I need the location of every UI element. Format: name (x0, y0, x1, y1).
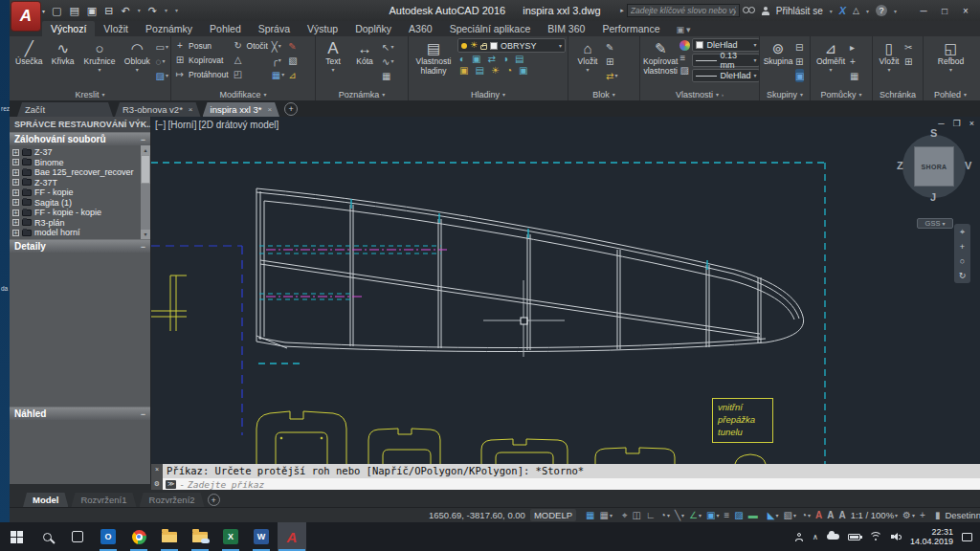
layer-current-icon[interactable]: ◔ (506, 66, 512, 76)
array-button[interactable]: ▦▾ (272, 68, 284, 81)
view-cube[interactable]: S V J Z SHORA GSS▾ (898, 130, 970, 235)
drawing-close-button[interactable]: × (969, 119, 974, 128)
tab-rozvrzeni1[interactable]: Rozvržení1 (71, 493, 136, 507)
a360-caret-icon[interactable]: ▾ (866, 8, 869, 14)
units-button[interactable]: Desetinné▾ (945, 510, 980, 520)
tab-model[interactable]: Model (23, 493, 68, 507)
chamfer-button[interactable]: ⊿ (288, 68, 297, 81)
match-properties-button[interactable]: ✎ (288, 39, 297, 53)
ribbon-tab-poznamky[interactable]: Poznámky (137, 21, 201, 36)
coordinate-system-button[interactable]: GSS▾ (917, 218, 953, 229)
viewport-style-control[interactable]: [2D drátový model] (198, 120, 278, 130)
ribbon-tab-vychozi[interactable]: Výchozí (42, 21, 95, 36)
scale-button[interactable]: ◰ (233, 67, 268, 81)
ribbon-tab-performance[interactable]: Performance (593, 21, 668, 36)
autoscale-a-icon[interactable]: A (827, 511, 834, 520)
file-tab-r3-obnova[interactable]: R3-obnova v2*× (115, 102, 201, 117)
sign-in-caret-icon[interactable]: ▾ (830, 8, 833, 14)
copy-clip-button[interactable]: ⊞ (904, 55, 912, 68)
viewport-controls[interactable]: [−] [Horní] [2D drátový model] (155, 120, 278, 130)
collapse-icon[interactable]: − (141, 409, 145, 419)
annotation-monitor-button[interactable]: ◣▾ (768, 511, 779, 520)
compass-west[interactable]: Z (897, 160, 903, 171)
linetype-dropdown[interactable]: DleHlad ▾ (692, 69, 759, 82)
drawing-restore-button[interactable]: ❐ (953, 119, 961, 128)
move-button[interactable]: +Posun (174, 38, 229, 53)
preview-section-header[interactable]: Náhled− (10, 407, 150, 420)
dimension-button[interactable]: ↔ Kóta (349, 38, 380, 67)
panel-label-blok[interactable]: Blok▾ (568, 88, 639, 100)
table-button[interactable]: ▦ (382, 69, 393, 82)
ribbon-tab-specialni-aplikace[interactable]: Speciální aplikace (441, 21, 540, 36)
taskbar-search-button[interactable] (33, 522, 61, 551)
taskbar-outlook[interactable]: O (94, 522, 122, 551)
object-color-dropdown[interactable]: DleHlad ▾ (692, 38, 759, 52)
match-properties-big-button[interactable]: ✎ Kopírovat vlastnosti (643, 38, 678, 76)
lineweight-display-icon[interactable]: ≡ (724, 511, 729, 520)
add-scale-icon[interactable]: + (920, 511, 925, 520)
expand-icon[interactable]: + (12, 189, 19, 196)
layer-properties-button[interactable]: ▤ Vlastnosti hladiny (412, 38, 456, 76)
tab-rozvrzeni2[interactable]: Rozvržení2 (140, 493, 205, 507)
people-icon[interactable] (795, 533, 804, 541)
workspace-cube-button[interactable]: ▧▾ (783, 511, 795, 520)
drawing-text-label[interactable]: vnitřní přepážka tunelu (712, 398, 773, 443)
open-icon[interactable]: ▤ (69, 6, 78, 16)
pan-icon[interactable]: + (960, 242, 965, 252)
quick-select-button[interactable]: ▸ (850, 40, 858, 54)
group-edit-button[interactable]: ⊞ (795, 55, 804, 68)
ungroup-button[interactable]: ⊟ (795, 40, 804, 54)
transparency-list-icon[interactable]: ▨ (679, 66, 690, 76)
onedrive-tray-icon[interactable] (827, 534, 839, 540)
layer-on-all-icon[interactable]: ▣ (459, 66, 468, 76)
action-center-icon[interactable] (962, 533, 972, 541)
sign-in-button[interactable]: Přihlásit se (776, 6, 823, 16)
ribbon-tab-vystup[interactable]: Výstup (299, 21, 346, 36)
plot-icon[interactable]: ⊟ (104, 6, 113, 16)
rectangle-button[interactable]: ▭▾ (156, 40, 168, 54)
ribbon-tab-sprava[interactable]: Správa (250, 21, 299, 36)
task-view-button[interactable] (63, 522, 92, 551)
hatch-button[interactable]: ▨▾ (156, 69, 168, 82)
scroll-thumb[interactable] (141, 155, 150, 184)
compass-north[interactable]: S (930, 127, 937, 139)
viewport-menu-control[interactable]: [−] (155, 120, 166, 130)
panel-label-pohled[interactable]: Pohled▾ (924, 88, 977, 100)
trim-button[interactable]: ╳▾ (272, 39, 284, 53)
snap-mode-icon[interactable]: ◫ (633, 511, 641, 520)
layer-match-icon[interactable]: ▤ (515, 55, 523, 64)
block-sync-button[interactable]: ⇄▾ (606, 69, 617, 82)
layer-thaw-all-icon[interactable]: ☀ (491, 66, 500, 76)
snap-grid-icon[interactable]: ▦ (586, 511, 594, 520)
expand-icon[interactable]: + (12, 199, 19, 206)
volume-icon[interactable] (891, 533, 902, 541)
panel-label-vlastnosti[interactable]: Vlastnosti▾› (640, 88, 759, 100)
layer-off-icon[interactable]: ⇄ (488, 55, 496, 64)
window-close-button[interactable]: × (955, 6, 976, 16)
settings-button[interactable]: ⚙▾ (902, 511, 915, 520)
selection-cycling-icon[interactable]: ▬ (748, 511, 758, 520)
expand-icon[interactable]: + (12, 159, 19, 165)
expand-icon[interactable]: + (12, 169, 19, 176)
tab-close-icon[interactable]: × (267, 105, 272, 114)
undo-icon[interactable]: ↶ (121, 6, 129, 16)
layer-select-dropdown[interactable]: ☀ OBRYSY ▾ (457, 38, 566, 53)
application-menu-button[interactable]: A (11, 2, 40, 31)
text-button[interactable]: A Text ▾ (319, 38, 347, 73)
lineweight-dropdown[interactable]: 0.13 mm ▾ (692, 54, 759, 67)
panel-label-hladiny[interactable]: Hladiny▾ (409, 88, 568, 100)
a360-icon[interactable]: △ (853, 6, 859, 15)
explode-button[interactable]: ▧ (288, 54, 297, 67)
compass-south[interactable]: J (930, 191, 936, 203)
panel-label-modifikace[interactable]: Modifikace▾ (171, 88, 315, 100)
base-view-button[interactable]: ◱ Refbod ▾ (932, 38, 970, 73)
command-close-icon[interactable]: × (155, 466, 159, 473)
help-caret-icon[interactable]: ▾ (894, 8, 897, 14)
model-space-viewport[interactable]: [−] [Horní] [2D drátový model] ─ ❐ × S V… (151, 117, 980, 464)
lineweight-list-icon[interactable]: ≡ (679, 54, 690, 63)
save-icon[interactable]: ▣ (87, 6, 97, 16)
arc-button[interactable]: ◠ Oblouk ▾ (121, 38, 153, 73)
navigation-bar[interactable]: ⌖ + ○ ↻ (954, 224, 970, 283)
block-edit-button[interactable]: ✎ (606, 40, 617, 54)
expand-icon[interactable]: + (12, 149, 19, 156)
